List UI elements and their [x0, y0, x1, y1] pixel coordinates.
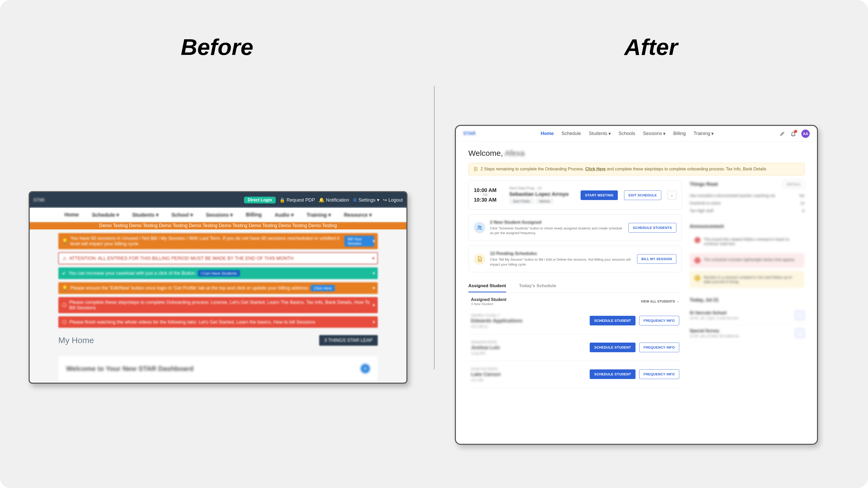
chevron-down-icon: ▾ — [609, 131, 611, 137]
clipboard-icon — [473, 167, 478, 171]
session-action-button[interactable] — [795, 311, 804, 320]
check-icon: ✔ — [62, 270, 66, 276]
close-icon[interactable]: × — [372, 238, 375, 244]
welcome-card: Welcome to Your New STAR Dashboard + — [58, 356, 378, 381]
my-home-title: My Home — [58, 335, 94, 345]
nav-item[interactable]: School ▾ — [172, 212, 193, 218]
file-icon — [474, 253, 485, 265]
view-all-students-link[interactable]: VIEW ALL STUDENTS → — [641, 300, 679, 303]
close-icon[interactable]: × — [372, 302, 375, 308]
task-card: 12 Pending Schedules Click "Bill My Sess… — [468, 246, 682, 272]
nav-item[interactable]: Students ▾ — [132, 212, 158, 218]
nav-item[interactable]: Audio ▾ — [275, 212, 293, 218]
right-block-alerts: Announcement This board lets related fol… — [690, 224, 804, 288]
settings-link[interactable]: ⚙Settings▾ — [353, 197, 379, 203]
close-icon[interactable]: × — [372, 285, 375, 291]
right-block-today: Today, Jul 21 St Varcrain School 10:30, … — [690, 297, 804, 342]
direct-login-badge[interactable]: Direct Login — [244, 197, 275, 203]
upcoming-meeting-card: 10:00 AM TO 10:30 AM Next Dept Prog - 13… — [468, 181, 682, 210]
frequency-info-button[interactable]: FREQUENCY INFO — [639, 343, 679, 352]
before-alerts: 💡 You have 60 sessions in Unused / Not B… — [30, 229, 406, 328]
student-row: Alexandria (ESE) Joshua Luis s11g-200 SC… — [468, 334, 682, 361]
nav-item[interactable]: Billing — [246, 212, 262, 218]
after-nav: Home Schedule Students▾ Schools Sessions… — [541, 131, 714, 137]
after-logo: STAR — [463, 131, 476, 136]
alert-action-button[interactable]: I Can Have Students — [198, 270, 240, 276]
notification-dot — [794, 130, 797, 133]
alert-action-button[interactable]: Click Here — [311, 285, 335, 291]
nav-item[interactable]: Schedule ▾ — [92, 212, 119, 218]
bill-session-button[interactable]: BILL MY SESSION — [637, 254, 676, 264]
nav-item[interactable]: Sessions ▾ — [206, 212, 233, 218]
session-action-button[interactable] — [795, 329, 804, 338]
alert-row: 💡 Please ensure the 'Edit/New' button on… — [58, 282, 378, 294]
after-app: STAR Home Schedule Students▾ Schools Ses… — [455, 125, 818, 445]
bulb-icon: 💡 — [62, 285, 68, 291]
alert-row: 💡 You have 60 sessions in Unused / Not B… — [58, 233, 378, 249]
tools-icon[interactable] — [779, 131, 785, 137]
student-row: Hamilton County, 2 Edwards Applications … — [468, 307, 682, 334]
bell-icon: 🔔 — [319, 197, 324, 203]
nav-item[interactable]: Resource ▾ — [344, 212, 372, 218]
right-block-stats: Things Read DETAILS Has included a docum… — [690, 181, 804, 214]
nav-students[interactable]: Students▾ — [589, 131, 611, 137]
request-link[interactable]: 🔒Request PDP — [279, 197, 315, 203]
main-left-column: 10:00 AM TO 10:30 AM Next Dept Prog - 13… — [468, 181, 682, 388]
meeting-info: Next Dept Prog - 13 Sebastian Lopez Arro… — [509, 186, 574, 204]
nav-sessions[interactable]: Sessions▾ — [643, 131, 665, 137]
users-icon — [474, 222, 485, 233]
my-home-header: My Home 3 THINGS STAR LEAP — [30, 328, 406, 346]
close-icon[interactable]: × — [372, 270, 375, 276]
warning-icon: ⚠ — [62, 255, 67, 261]
schedule-students-button[interactable]: SCHEDULE STUDENTS — [628, 223, 676, 233]
things-star-button[interactable]: 3 THINGS STAR LEAP — [319, 335, 378, 346]
close-icon[interactable]: × — [372, 319, 375, 325]
welcome-heading: Welcome, Afexa — [468, 149, 804, 158]
task-card: 2 New Student Assigned Click "Schedule S… — [468, 214, 682, 241]
nav-item[interactable]: Home — [64, 212, 79, 218]
svg-point-2 — [480, 226, 482, 228]
after-half: After STAR Home Schedule Students▾ Schoo… — [434, 0, 868, 488]
alert-row: ✔ You can increase your caseload with ju… — [58, 267, 378, 279]
nav-schools[interactable]: Schools — [619, 131, 635, 137]
nav-item[interactable]: Training ▾ — [307, 212, 331, 218]
schedule-student-button[interactable]: SCHEDULE STUDENT — [590, 369, 635, 379]
tab-assigned[interactable]: Assigned Student — [468, 280, 506, 292]
schedule-student-button[interactable]: SCHEDULE STUDENT — [590, 343, 635, 352]
chevron-down-icon: ▾ — [663, 131, 665, 137]
nav-home[interactable]: Home — [541, 131, 554, 137]
onboarding-banner: 2 Steps remaining to complete the Onboar… — [468, 163, 804, 175]
before-app: STMI Direct Login 🔒Request PDP 🔔Notifica… — [29, 191, 407, 384]
logout-icon: ↪ — [383, 197, 387, 203]
click-here-link[interactable]: Click Here — [585, 167, 606, 171]
student-subhead: Assigned Student 3 New Student VIEW ALL … — [468, 293, 682, 307]
schedule-student-button[interactable]: SCHEDULE STUDENT — [590, 316, 635, 325]
main-right-column: Things Read DETAILS Has included a docum… — [690, 181, 804, 388]
nav-schedule[interactable]: Schedule — [562, 131, 581, 137]
nav-billing[interactable]: Billing — [673, 131, 686, 137]
alert-row: ⓘ Please complete these step/steps to co… — [58, 297, 378, 313]
frequency-info-button[interactable]: FREQUENCY INFO — [639, 316, 679, 325]
meeting-menu-toggle[interactable]: ⌄ — [668, 191, 676, 199]
chevron-down-icon: ▾ — [711, 131, 714, 137]
svg-point-1 — [478, 226, 479, 227]
alert-row: ⓘ Please finish watching the whole video… — [58, 316, 378, 328]
avatar[interactable]: AA — [801, 130, 810, 138]
frequency-info-button[interactable]: FREQUENCY INFO — [639, 369, 679, 379]
alert-action-button[interactable]: Bill Your Session — [344, 236, 374, 247]
notification-link[interactable]: 🔔Notification — [319, 197, 349, 203]
edit-schedule-button[interactable]: EDIT SCHEDULE — [624, 190, 661, 200]
before-nav: Home Schedule ▾ Students ▾ School ▾ Sess… — [30, 208, 406, 222]
student-row: South Ave District Lake Carson s11-100 S… — [468, 361, 682, 388]
tab-today[interactable]: Today's Schedule — [519, 280, 556, 292]
nav-training[interactable]: Training▾ — [693, 131, 714, 137]
start-meeting-button[interactable]: START MEETING — [581, 190, 618, 200]
bell-icon[interactable] — [790, 131, 796, 137]
gear-icon: ⚙ — [353, 197, 357, 203]
lock-icon: 🔒 — [279, 197, 285, 203]
alert-row: ⚠ ATTENTION: ALL ENTRIES FOR THIS BILLIN… — [58, 252, 378, 264]
plus-icon[interactable]: + — [361, 364, 370, 373]
close-icon[interactable]: × — [372, 256, 375, 261]
info-icon: ⓘ — [62, 302, 67, 308]
logout-link[interactable]: ↪Logout — [383, 197, 403, 203]
